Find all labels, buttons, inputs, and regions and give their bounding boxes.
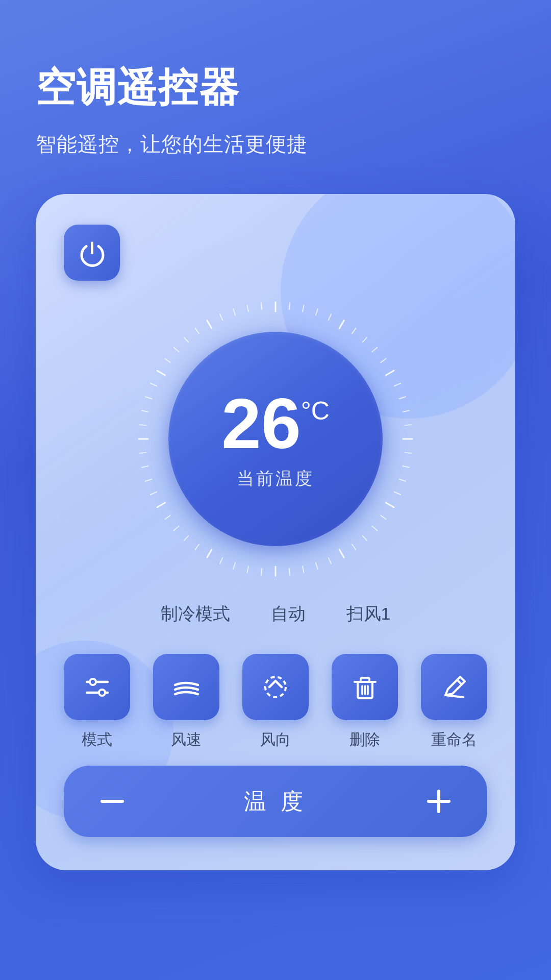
delete-control: 删除 (332, 654, 398, 750)
temp-control-bar: 温 度 (64, 766, 487, 837)
svg-line-26 (329, 558, 331, 564)
svg-line-54 (195, 328, 199, 334)
fan-control: 风速 (153, 654, 219, 750)
svg-line-24 (352, 544, 356, 550)
svg-line-40 (157, 503, 165, 507)
svg-line-4 (329, 314, 331, 320)
svg-line-10 (386, 371, 394, 375)
svg-line-41 (151, 492, 157, 495)
svg-line-51 (165, 358, 170, 362)
direction-control: 风向 (242, 654, 309, 750)
svg-line-13 (403, 410, 409, 412)
temp-unit: °C (301, 398, 330, 424)
temperature-display: 26°C (221, 388, 330, 459)
svg-line-25 (339, 550, 344, 558)
svg-line-23 (363, 536, 367, 541)
svg-line-50 (157, 371, 165, 375)
svg-line-9 (381, 358, 386, 362)
dial-inner: 26°C 当前温度 (168, 332, 383, 546)
svg-line-17 (403, 466, 409, 468)
svg-line-19 (394, 492, 400, 495)
app-subtitle: 智能遥控，让您的生活更便捷 (36, 130, 515, 158)
controls-row: 模式 风速 (64, 654, 487, 750)
svg-point-61 (90, 679, 96, 685)
svg-line-2 (303, 305, 304, 312)
mode-status: 制冷模式 (161, 602, 230, 626)
svg-line-72 (457, 680, 462, 684)
svg-line-53 (184, 337, 189, 342)
power-button[interactable] (64, 225, 120, 281)
svg-line-32 (247, 566, 248, 573)
svg-line-49 (151, 383, 157, 386)
temperature-dial[interactable]: // This won't run in SVG context, using … (64, 296, 487, 582)
temp-number: 26 (221, 388, 301, 459)
mode-button[interactable] (64, 654, 130, 720)
svg-rect-67 (361, 678, 369, 682)
svg-line-7 (363, 337, 367, 342)
fan-label: 风速 (171, 729, 202, 750)
svg-line-38 (174, 526, 179, 531)
svg-line-11 (394, 383, 400, 386)
temp-label: 当前温度 (237, 467, 314, 491)
direction-label: 风向 (260, 729, 291, 750)
svg-line-36 (195, 544, 199, 550)
svg-line-14 (405, 425, 412, 425)
rename-control: 重命名 (421, 654, 487, 750)
svg-line-35 (207, 550, 212, 558)
svg-line-56 (220, 314, 222, 320)
fan-button[interactable] (153, 654, 219, 720)
mode-label: 模式 (82, 729, 112, 750)
svg-line-57 (233, 309, 235, 315)
svg-line-52 (174, 348, 179, 352)
temp-increase-button[interactable] (421, 783, 457, 819)
svg-point-63 (99, 690, 105, 696)
rename-button[interactable] (421, 654, 487, 720)
svg-line-44 (139, 453, 146, 453)
svg-line-34 (220, 558, 222, 564)
svg-line-12 (399, 397, 406, 399)
wind-status: 扫风1 (346, 602, 391, 626)
svg-line-6 (352, 328, 356, 334)
svg-line-28 (303, 566, 304, 573)
svg-line-42 (145, 479, 152, 481)
temp-bar-label: 温 度 (244, 787, 307, 817)
app-title: 空调遥控器 (36, 61, 515, 115)
svg-line-20 (386, 503, 394, 507)
status-row: 制冷模式 自动 扫风1 (64, 602, 487, 626)
svg-line-48 (145, 397, 152, 399)
fan-status: 自动 (271, 602, 306, 626)
svg-line-39 (165, 516, 170, 520)
svg-line-46 (139, 425, 146, 425)
svg-line-29 (289, 569, 290, 575)
svg-line-37 (184, 536, 189, 541)
svg-line-21 (381, 516, 386, 520)
temp-decrease-button[interactable] (94, 783, 130, 819)
svg-line-58 (247, 305, 248, 312)
direction-button[interactable] (242, 654, 309, 720)
rename-label: 重命名 (431, 729, 477, 750)
svg-line-1 (289, 303, 290, 309)
svg-line-31 (261, 569, 262, 575)
svg-line-33 (233, 563, 235, 569)
svg-line-47 (142, 410, 148, 412)
svg-line-71 (445, 695, 463, 697)
svg-line-27 (316, 563, 318, 569)
svg-line-22 (372, 526, 378, 531)
delete-label: 删除 (349, 729, 380, 750)
svg-line-5 (339, 321, 344, 329)
svg-line-16 (405, 453, 412, 453)
svg-line-55 (207, 321, 212, 329)
svg-line-59 (261, 303, 262, 309)
remote-card: // This won't run in SVG context, using … (36, 194, 515, 870)
svg-line-43 (142, 466, 148, 468)
delete-button[interactable] (332, 654, 398, 720)
svg-line-8 (372, 348, 378, 352)
mode-control: 模式 (64, 654, 130, 750)
svg-line-18 (399, 479, 406, 481)
svg-line-3 (316, 309, 318, 315)
